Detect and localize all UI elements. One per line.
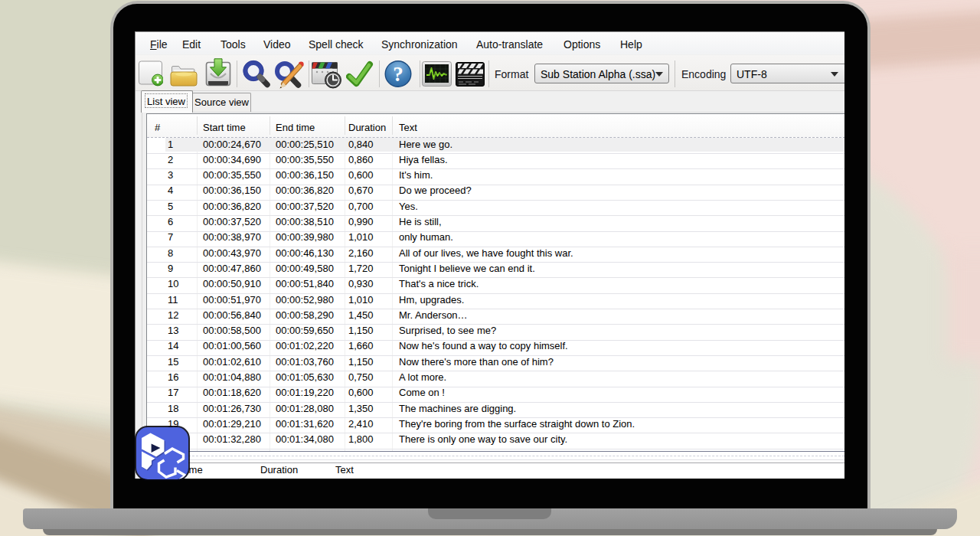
svg-text:?: ? (393, 63, 403, 86)
